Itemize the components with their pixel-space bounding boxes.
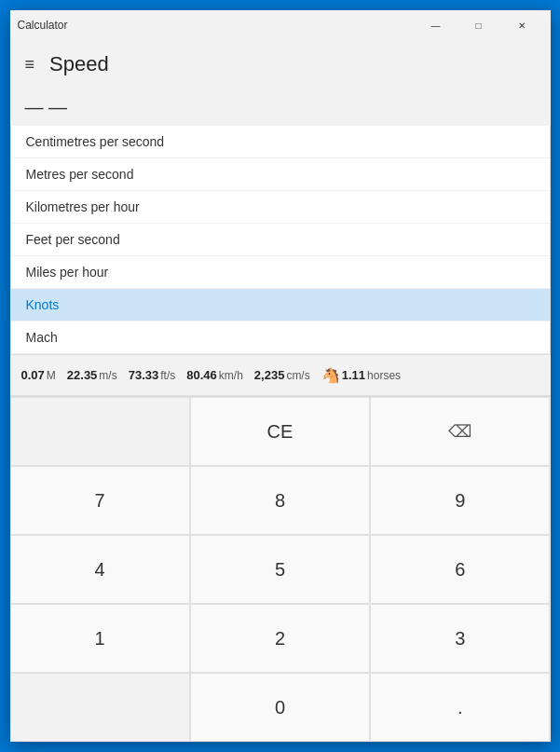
- button-9[interactable]: 9: [370, 466, 550, 535]
- dropdown-item-cms[interactable]: Centimetres per second: [11, 126, 550, 158]
- button-3[interactable]: 3: [370, 604, 550, 673]
- hamburger-menu-icon[interactable]: ≡: [25, 55, 35, 75]
- display-value: — —: [25, 97, 68, 118]
- minimize-button[interactable]: —: [415, 10, 458, 40]
- button-6[interactable]: 6: [370, 535, 550, 604]
- button-1[interactable]: 1: [10, 604, 190, 673]
- empty-bottom-left: [10, 673, 190, 742]
- dropdown-item-ms[interactable]: Metres per second: [11, 158, 550, 191]
- dropdown-item-mph[interactable]: Miles per hour: [11, 256, 550, 289]
- conversion-bar: 0.07 M 22.35 m/s 73.33 ft/s 80.46 km/h 2…: [10, 355, 551, 396]
- dropdown-menu[interactable]: Centimetres per second Metres per second…: [10, 126, 551, 355]
- button-2[interactable]: 2: [190, 604, 370, 673]
- title-controls: — □ ✕: [415, 10, 543, 40]
- dropdown-item-knots[interactable]: Knots: [11, 289, 550, 321]
- conv-ms: 22.35 m/s: [67, 368, 117, 382]
- unit-dropdown-area: — — Centimetres per second Metres per se…: [10, 89, 551, 355]
- dropdown-item-fps[interactable]: Feet per second: [11, 224, 550, 256]
- calculator-grid: CE ⌫ 7 8 9 4 5 6 1 2 3: [10, 396, 551, 742]
- page-title: Speed: [49, 52, 109, 76]
- backspace-button[interactable]: ⌫: [370, 397, 550, 466]
- empty-top-left: [10, 397, 190, 466]
- button-0[interactable]: 0: [190, 673, 370, 742]
- conv-horse: 🐴 1.11 horses: [321, 366, 401, 384]
- button-7[interactable]: 7: [10, 466, 190, 535]
- app-header: ≡ Speed: [10, 40, 551, 89]
- ce-button[interactable]: CE: [190, 397, 370, 466]
- title-bar: Calculator — □ ✕: [10, 10, 551, 40]
- calculator-window: Calculator — □ ✕ ≡ Speed — — Centimetres…: [10, 10, 551, 742]
- conv-cms: 2,235 cm/s: [254, 368, 310, 382]
- button-8[interactable]: 8: [190, 466, 370, 535]
- button-4[interactable]: 4: [10, 535, 190, 604]
- backspace-icon: ⌫: [448, 421, 471, 442]
- window-title: Calculator: [18, 19, 68, 32]
- button-5[interactable]: 5: [190, 535, 370, 604]
- maximize-button[interactable]: □: [458, 10, 500, 40]
- conv-kmh: 80.46 km/h: [186, 368, 243, 382]
- close-button[interactable]: ✕: [500, 10, 543, 40]
- title-bar-left: Calculator: [18, 19, 68, 32]
- conv-mach: 0.07 M: [21, 368, 56, 382]
- dropdown-item-kmh[interactable]: Kilometres per hour: [11, 191, 550, 224]
- conv-fts: 73.33 ft/s: [129, 368, 176, 382]
- horse-icon: 🐴: [321, 366, 340, 384]
- dropdown-item-mach[interactable]: Mach: [11, 321, 550, 354]
- button-dot[interactable]: .: [370, 673, 550, 742]
- input-display: — —: [10, 89, 551, 126]
